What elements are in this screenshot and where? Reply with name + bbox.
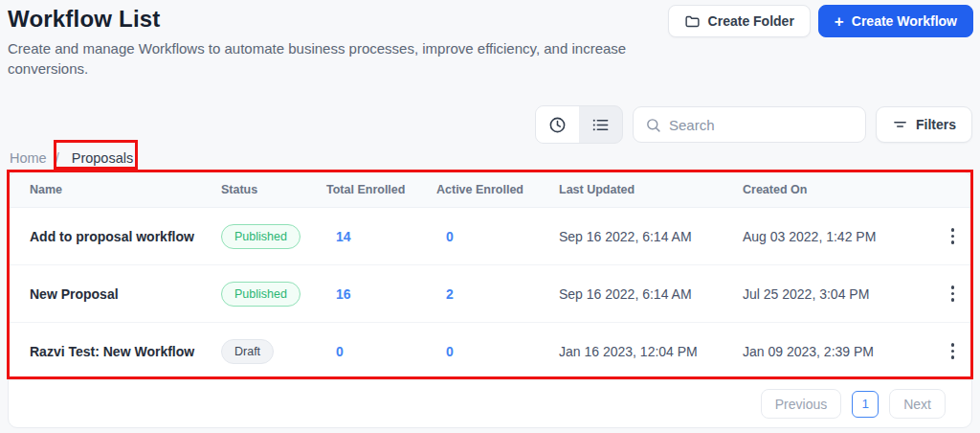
column-header-name: Name — [30, 183, 221, 196]
breadcrumb: Home / Proposals — [10, 150, 137, 166]
row-menu-kebab-icon[interactable] — [941, 224, 966, 249]
created-on: Aug 03 2022, 1:42 PM — [743, 229, 934, 244]
column-header-status: Status — [221, 183, 326, 196]
workflow-name: Razvi Test: New Workflow — [30, 344, 221, 359]
created-on: Jan 09 2023, 2:39 PM — [743, 344, 934, 359]
active-enrolled-link[interactable]: 2 — [436, 286, 559, 302]
workflow-name: New Proposal — [30, 286, 221, 302]
create-workflow-label: Create Workflow — [852, 13, 957, 29]
page-subtitle: Create and manage Workflows to automate … — [8, 38, 649, 80]
plus-icon: + — [835, 13, 844, 30]
active-enrolled-link[interactable]: 0 — [436, 344, 559, 359]
status-badge: Draft — [221, 339, 274, 364]
column-header-active-enrolled: Active Enrolled — [436, 183, 559, 196]
total-enrolled-link[interactable]: 14 — [326, 229, 436, 244]
create-workflow-button[interactable]: + Create Workflow — [818, 5, 973, 37]
create-folder-button[interactable]: Create Folder — [668, 5, 811, 37]
column-header-created-on: Created On — [743, 183, 934, 196]
row-menu-kebab-icon[interactable] — [941, 339, 966, 364]
search-input[interactable] — [669, 117, 854, 133]
history-view-button[interactable] — [536, 106, 579, 143]
created-on: Jul 25 2022, 3:04 PM — [743, 286, 934, 302]
toolbar: Filters — [535, 105, 972, 144]
folder-icon — [684, 13, 701, 30]
list-view-button[interactable] — [579, 106, 622, 143]
table-header: Name Status Total Enrolled Active Enroll… — [9, 172, 971, 208]
breadcrumb-separator: / — [56, 150, 59, 166]
breadcrumb-home[interactable]: Home — [10, 150, 47, 166]
filters-button[interactable]: Filters — [876, 106, 972, 143]
table-row[interactable]: Razvi Test: New Workflow Draft 0 0 Jan 1… — [9, 323, 971, 380]
active-enrolled-link[interactable]: 0 — [436, 229, 559, 244]
row-menu-kebab-icon[interactable] — [941, 282, 966, 307]
search-icon — [645, 117, 661, 133]
previous-page-button[interactable]: Previous — [761, 389, 841, 419]
last-updated: Jan 16 2023, 12:04 PM — [559, 344, 743, 359]
header-actions: Create Folder + Create Workflow — [668, 5, 973, 37]
workflow-name: Add to proposal workflow — [30, 229, 221, 244]
next-page-button[interactable]: Next — [889, 389, 946, 419]
list-icon — [591, 116, 610, 134]
table-row[interactable]: Add to proposal workflow Published 14 0 … — [9, 208, 971, 265]
clock-icon — [548, 116, 567, 134]
column-header-total-enrolled: Total Enrolled — [326, 183, 436, 196]
breadcrumb-proposals[interactable]: Proposals — [68, 150, 137, 166]
table-row[interactable]: New Proposal Published 16 2 Sep 16 2022,… — [9, 265, 971, 323]
view-toggle — [535, 105, 623, 144]
page-title: Workflow List — [8, 6, 161, 33]
create-folder-label: Create Folder — [708, 13, 794, 29]
last-updated: Sep 16 2022, 6:14 AM — [559, 229, 743, 244]
workflow-table-card: Name Status Total Enrolled Active Enroll… — [8, 171, 972, 428]
page-number-button[interactable]: 1 — [852, 391, 879, 418]
status-badge: Published — [221, 282, 301, 307]
workflow-list-page: Workflow List Create and manage Workflow… — [0, 0, 980, 433]
column-header-last-updated: Last Updated — [559, 183, 743, 196]
search-box — [633, 106, 866, 143]
last-updated: Sep 16 2022, 6:14 AM — [559, 286, 743, 302]
filter-lines-icon — [892, 117, 908, 133]
status-badge: Published — [221, 224, 301, 249]
total-enrolled-link[interactable]: 0 — [326, 344, 436, 359]
pagination: Previous 1 Next — [761, 389, 946, 419]
total-enrolled-link[interactable]: 16 — [326, 286, 436, 302]
filters-label: Filters — [916, 117, 956, 132]
